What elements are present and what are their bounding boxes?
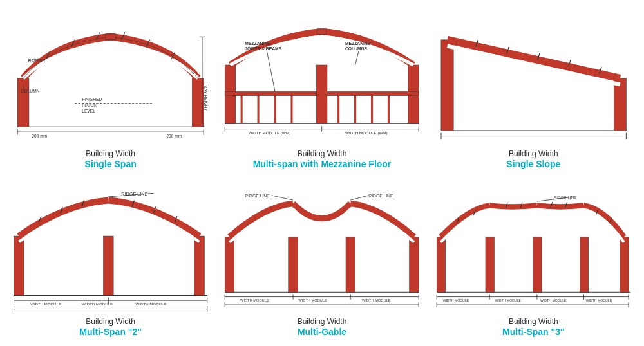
diagram-single-span: RAFTER COLUMN FINISHED FLOOR LEVEL BAY H… bbox=[10, 9, 211, 148]
svg-rect-32 bbox=[225, 92, 317, 96]
svg-text:200 mm: 200 mm bbox=[166, 134, 182, 138]
cell-multi-gable: RIDGE LINE RIDGE LINE WIDTH MODULE WIDTH… bbox=[218, 175, 426, 340]
svg-text:200 mm: 200 mm bbox=[32, 134, 47, 138]
svg-rect-31 bbox=[317, 29, 327, 34]
svg-rect-93 bbox=[410, 237, 419, 292]
svg-text:RAFTER: RAFTER bbox=[28, 59, 46, 63]
label-width-multi-gable: Building Width bbox=[298, 317, 347, 326]
svg-text:FLOOR: FLOOR bbox=[82, 103, 97, 107]
svg-text:WIDTH MODULE (WM): WIDTH MODULE (WM) bbox=[345, 131, 388, 135]
label-type-multi-gable: Multi-Gable bbox=[298, 327, 346, 337]
svg-text:WIDTH MODULE: WIDTH MODULE bbox=[30, 301, 61, 305]
svg-line-44 bbox=[267, 51, 275, 91]
svg-rect-33 bbox=[327, 92, 419, 96]
svg-text:BAY HEIGHT: BAY HEIGHT bbox=[204, 86, 208, 111]
svg-text:RIDGE LINE: RIDGE LINE bbox=[121, 190, 147, 196]
svg-text:RIDGE LINE: RIDGE LINE bbox=[369, 193, 394, 197]
svg-text:WIDTH MODULE: WIDTH MODULE bbox=[240, 298, 269, 302]
svg-text:COLUMNS: COLUMNS bbox=[345, 46, 368, 51]
svg-text:LEVEL: LEVEL bbox=[82, 109, 95, 113]
svg-rect-9 bbox=[106, 34, 116, 40]
svg-text:MEZZANINE: MEZZANINE bbox=[245, 41, 271, 46]
cell-single-span: RAFTER COLUMN FINISHED FLOOR LEVEL BAY H… bbox=[6, 6, 214, 172]
svg-rect-67 bbox=[14, 236, 24, 295]
svg-text:JOISTS & BEAMS: JOISTS & BEAMS bbox=[245, 46, 282, 51]
label-width-multi-span-3: Building Width bbox=[509, 317, 558, 326]
label-width-single-span: Building Width bbox=[86, 149, 135, 158]
svg-rect-30 bbox=[317, 65, 328, 123]
label-type-single-span: Single Span bbox=[85, 159, 137, 169]
diagram-multi-span-3: RIDGE LINE WIDTH MODULE WIDTH MODULE bbox=[433, 178, 634, 316]
svg-rect-92 bbox=[346, 237, 355, 292]
svg-rect-112 bbox=[437, 237, 445, 292]
svg-line-47 bbox=[355, 51, 359, 65]
label-width-single-slope: Building Width bbox=[509, 149, 558, 158]
svg-text:RIDGE LINE: RIDGE LINE bbox=[553, 195, 576, 199]
diagram-single-slope bbox=[433, 9, 634, 148]
label-width-mezzanine: Building Width bbox=[298, 149, 347, 158]
svg-line-96 bbox=[351, 195, 369, 199]
svg-rect-114 bbox=[533, 237, 541, 292]
cell-single-slope: Building Width Single Slope bbox=[430, 6, 638, 172]
svg-text:WIDTH MODULE: WIDTH MODULE bbox=[585, 298, 612, 302]
svg-rect-68 bbox=[104, 236, 114, 295]
svg-rect-91 bbox=[289, 237, 298, 292]
svg-rect-57 bbox=[614, 78, 626, 131]
diagram-multi-gable: RIDGE LINE RIDGE LINE WIDTH MODULE WIDTH… bbox=[222, 178, 422, 316]
svg-text:MEZZANINE: MEZZANINE bbox=[345, 41, 371, 46]
svg-text:WIDTH MODULE (WM): WIDTH MODULE (WM) bbox=[249, 131, 291, 135]
svg-text:COLUMN: COLUMN bbox=[21, 89, 40, 93]
cell-mezzanine: MEZZANINE JOISTS & BEAMS MEZZANINE COLUM… bbox=[218, 6, 426, 172]
svg-rect-56 bbox=[441, 40, 453, 131]
label-type-multi-span-3: Multi-Span "3" bbox=[502, 327, 565, 337]
diagram-multi-span-2: RIDGE LINE WIDTH MODULE WIDTH MODULE WID… bbox=[10, 178, 211, 316]
main-grid: RAFTER COLUMN FINISHED FLOOR LEVEL BAY H… bbox=[0, 0, 644, 346]
svg-line-94 bbox=[272, 195, 293, 199]
diagram-mezzanine: MEZZANINE JOISTS & BEAMS MEZZANINE COLUM… bbox=[222, 9, 422, 148]
svg-text:WIDTH MODULE: WIDTH MODULE bbox=[442, 298, 469, 302]
cell-multi-span-3: RIDGE LINE WIDTH MODULE WIDTH MODULE bbox=[430, 175, 638, 340]
svg-rect-90 bbox=[225, 237, 235, 292]
svg-text:FINISHED: FINISHED bbox=[82, 97, 102, 102]
svg-text:WIDTH MODULE: WIDTH MODULE bbox=[82, 301, 113, 305]
svg-text:RIDGE LINE: RIDGE LINE bbox=[245, 193, 270, 197]
label-width-multi-span-2: Building Width bbox=[86, 317, 135, 326]
svg-rect-115 bbox=[580, 237, 588, 292]
svg-rect-116 bbox=[620, 237, 628, 292]
label-type-single-slope: Single Slope bbox=[506, 159, 560, 169]
svg-text:WIDTH MODULE: WIDTH MODULE bbox=[362, 298, 391, 302]
label-type-mezzanine: Multi-span with Mezzanine Floor bbox=[253, 159, 392, 169]
svg-text:WIDTH MODULE: WIDTH MODULE bbox=[136, 301, 167, 305]
svg-text:WIDTH MODULE: WIDTH MODULE bbox=[299, 298, 328, 302]
svg-text:WIDTH MODULE: WIDTH MODULE bbox=[540, 298, 567, 302]
cell-multi-span-2: RIDGE LINE WIDTH MODULE WIDTH MODULE WID… bbox=[6, 175, 214, 340]
svg-rect-113 bbox=[486, 237, 494, 292]
svg-text:WIDTH MODULE: WIDTH MODULE bbox=[495, 298, 521, 302]
svg-rect-69 bbox=[194, 236, 205, 295]
label-type-multi-span-2: Multi-Span "2" bbox=[79, 327, 142, 337]
